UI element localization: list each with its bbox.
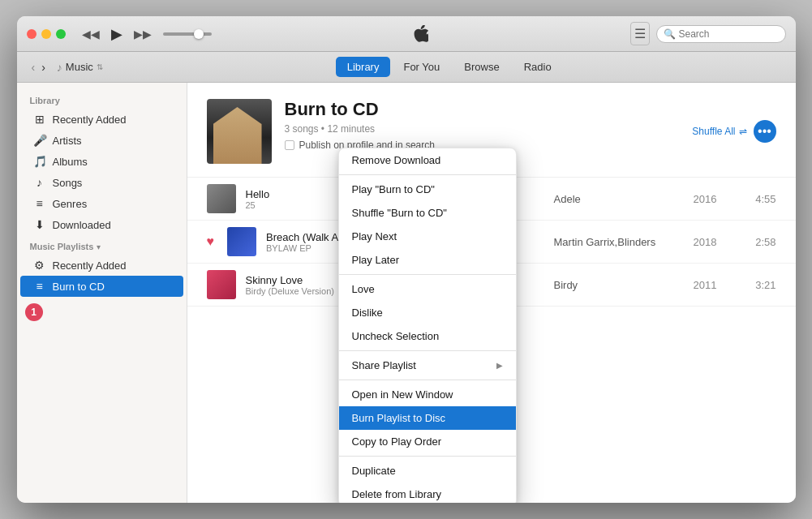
tab-radio[interactable]: Radio bbox=[513, 57, 563, 77]
song-artist: Birdy bbox=[554, 279, 684, 291]
music-location: ♪ Music ⇅ bbox=[57, 61, 103, 74]
sidebar-item-recently-added-pl[interactable]: ⚙ Recently Added bbox=[20, 255, 183, 276]
song-duration: 4:55 bbox=[744, 193, 776, 205]
sidebar-item-songs[interactable]: ♪ Songs bbox=[20, 172, 183, 193]
cm-separator bbox=[339, 350, 516, 351]
music-icon: ♪ bbox=[57, 61, 62, 74]
tab-browse[interactable]: Browse bbox=[453, 57, 510, 77]
downloaded-icon: ⬇ bbox=[33, 218, 46, 231]
sidebar-item-recently-added[interactable]: ⊞ Recently Added bbox=[20, 109, 183, 130]
playlists-label: Music Playlists bbox=[30, 242, 94, 251]
cm-separator bbox=[339, 274, 516, 275]
sidebar-item-genres[interactable]: ≡ Genres bbox=[20, 193, 183, 214]
song-thumbnail bbox=[227, 227, 256, 256]
cm-burn-disc[interactable]: Burn Playlist to Disc 2 bbox=[339, 406, 516, 430]
fast-forward-button[interactable]: ▶▶ bbox=[131, 26, 155, 42]
cm-separator bbox=[339, 380, 516, 380]
recently-added-icon: ⊞ bbox=[33, 113, 46, 126]
location-chevron: ⇅ bbox=[97, 62, 103, 71]
search-input[interactable] bbox=[679, 28, 784, 40]
tab-foryou[interactable]: For You bbox=[392, 57, 451, 77]
volume-slider[interactable] bbox=[163, 32, 212, 36]
sidebar-item-label: Albums bbox=[53, 156, 88, 168]
album-meta: 3 songs • 12 minutes bbox=[285, 123, 680, 135]
album-title: Burn to CD bbox=[285, 99, 680, 120]
sidebar-item-label: Genres bbox=[53, 198, 88, 210]
cm-duplicate[interactable]: Duplicate bbox=[339, 459, 516, 483]
cm-love[interactable]: Love bbox=[339, 277, 516, 301]
heart-icon[interactable]: ♥ bbox=[207, 234, 215, 249]
cm-separator bbox=[339, 174, 516, 175]
cm-copy-order[interactable]: Copy to Play Order bbox=[339, 430, 516, 453]
playback-controls: ◀◀ ▶ ▶▶ bbox=[79, 24, 212, 45]
apple-logo bbox=[218, 25, 624, 43]
main-content: Library ⊞ Recently Added 🎤 Artists 🎵 Alb… bbox=[17, 83, 796, 503]
maximize-button[interactable] bbox=[56, 29, 66, 39]
cm-play-later[interactable]: Play Later bbox=[339, 248, 516, 272]
cm-shuffle-burn[interactable]: Shuffle "Burn to CD" bbox=[339, 201, 516, 225]
song-artist: Adele bbox=[554, 193, 684, 205]
cm-delete-library[interactable]: Delete from Library bbox=[339, 483, 516, 503]
context-menu: Remove Download Play "Burn to CD" Shuffl… bbox=[338, 148, 517, 503]
shuffle-all-button[interactable]: Shuffle All ⇌ bbox=[692, 126, 746, 137]
publish-checkbox[interactable] bbox=[285, 140, 294, 150]
tab-library[interactable]: Library bbox=[336, 57, 391, 77]
traffic-lights bbox=[27, 29, 66, 39]
more-options-button[interactable]: ••• bbox=[754, 120, 776, 143]
recently-added-pl-icon: ⚙ bbox=[33, 259, 46, 272]
cm-play-burn[interactable]: Play "Burn to CD" bbox=[339, 178, 516, 201]
songs-icon: ♪ bbox=[33, 176, 46, 189]
rewind-button[interactable]: ◀◀ bbox=[79, 26, 103, 42]
forward-button[interactable]: › bbox=[40, 59, 47, 75]
titlebar: ◀◀ ▶ ▶▶ ☰ 🔍 bbox=[17, 16, 796, 52]
song-duration: 2:58 bbox=[744, 236, 776, 248]
cm-play-next[interactable]: Play Next bbox=[339, 225, 516, 248]
sidebar-item-burn-to-cd[interactable]: ≡ Burn to CD 1 bbox=[20, 276, 183, 297]
album-info: Burn to CD 3 songs • 12 minutes Publish … bbox=[285, 99, 680, 151]
navbar: ‹ › ♪ Music ⇅ Library For You Browse Rad… bbox=[17, 52, 796, 83]
sidebar-item-label: Songs bbox=[53, 177, 83, 189]
song-year: 2018 bbox=[694, 236, 734, 248]
location-label: Music bbox=[66, 61, 93, 73]
sidebar-item-downloaded[interactable]: ⬇ Downloaded bbox=[20, 214, 183, 235]
sidebar: Library ⊞ Recently Added 🎤 Artists 🎵 Alb… bbox=[17, 83, 187, 503]
app-window: ◀◀ ▶ ▶▶ ☰ 🔍 ‹ › ♪ Music bbox=[17, 16, 796, 503]
shuffle-label: Shuffle All bbox=[692, 126, 735, 137]
badge-1: 1 bbox=[25, 303, 43, 321]
cm-remove-download[interactable]: Remove Download bbox=[339, 148, 516, 172]
cm-dislike[interactable]: Dislike bbox=[339, 301, 516, 324]
content-area: Burn to CD 3 songs • 12 minutes Publish … bbox=[187, 83, 796, 503]
submenu-arrow-icon: ▶ bbox=[496, 361, 503, 370]
cm-share-playlist[interactable]: Share Playlist ▶ bbox=[339, 354, 516, 377]
artists-icon: 🎤 bbox=[33, 134, 46, 147]
sidebar-library-label: Library bbox=[17, 89, 187, 109]
sidebar-item-label: Artists bbox=[53, 135, 82, 147]
search-icon: 🔍 bbox=[664, 28, 676, 40]
list-view-button[interactable]: ☰ bbox=[630, 22, 650, 45]
playlists-chevron-icon: ▾ bbox=[97, 242, 101, 251]
song-duration: 3:21 bbox=[744, 279, 776, 291]
sidebar-item-albums[interactable]: 🎵 Albums bbox=[20, 151, 183, 172]
genres-icon: ≡ bbox=[33, 197, 46, 210]
playlists-header[interactable]: Music Playlists ▾ bbox=[17, 235, 187, 255]
close-button[interactable] bbox=[27, 29, 37, 39]
nav-tabs: Library For You Browse Radio bbox=[336, 57, 563, 77]
cm-separator bbox=[339, 456, 516, 457]
back-button[interactable]: ‹ bbox=[30, 59, 37, 75]
sidebar-item-artists[interactable]: 🎤 Artists bbox=[20, 130, 183, 151]
play-button[interactable]: ▶ bbox=[108, 24, 126, 45]
sidebar-item-label: Downloaded bbox=[53, 219, 111, 231]
song-thumbnail bbox=[207, 184, 236, 213]
album-actions: Shuffle All ⇌ ••• bbox=[692, 120, 775, 143]
sidebar-item-label: Recently Added bbox=[53, 114, 127, 126]
toolbar-right: ☰ 🔍 bbox=[630, 22, 786, 45]
search-box[interactable]: 🔍 bbox=[656, 25, 786, 43]
minimize-button[interactable] bbox=[41, 29, 51, 39]
cm-open-window[interactable]: Open in New Window bbox=[339, 383, 516, 406]
sidebar-item-label: Recently Added bbox=[53, 260, 127, 272]
song-artist: Martin Garrix,Blinders bbox=[554, 236, 684, 248]
song-thumbnail bbox=[207, 270, 236, 299]
nav-arrows: ‹ › bbox=[30, 59, 47, 75]
cm-uncheck-selection[interactable]: Uncheck Selection bbox=[339, 324, 516, 348]
albums-icon: 🎵 bbox=[33, 155, 46, 168]
